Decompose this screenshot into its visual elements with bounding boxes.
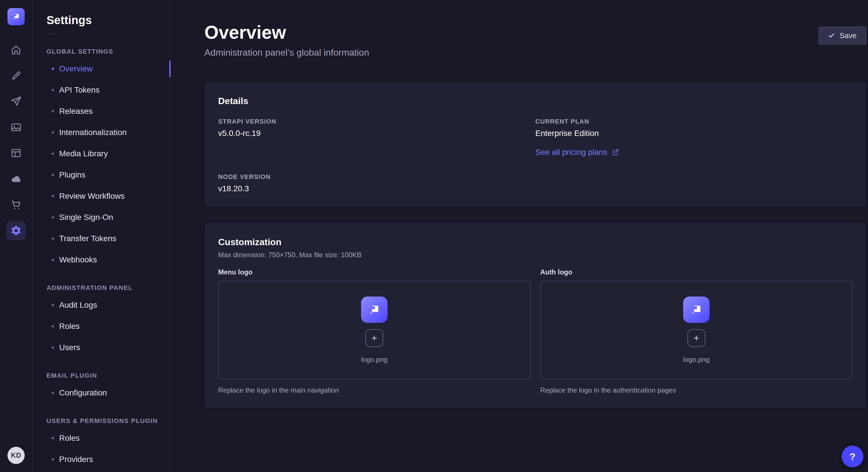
bullet-dot: [52, 195, 54, 197]
page-header: Overview Administration panel’s global i…: [205, 23, 866, 58]
page-title: Overview: [205, 23, 369, 42]
cart-icon[interactable]: [6, 195, 26, 214]
user-avatar[interactable]: KD: [7, 447, 25, 464]
customization-card: Customization Max dimension: 750×750, Ma…: [205, 223, 866, 408]
sidebar-item-email-configuration[interactable]: Configuration: [46, 382, 170, 403]
bullet-dot: [52, 110, 54, 112]
auth-logo-filename: logo.png: [683, 356, 710, 364]
sidebar-item-internationalization[interactable]: Internationalization: [46, 122, 170, 143]
gear-icon[interactable]: [6, 221, 26, 240]
bullet-dot: [52, 174, 54, 176]
sidebar-title: Settings: [46, 14, 170, 27]
main-content: Overview Administration panel’s global i…: [171, 0, 868, 472]
section-global-settings: GLOBAL SETTINGS: [46, 48, 170, 55]
check-icon: [828, 32, 835, 39]
plus-icon: [692, 334, 701, 342]
bullet-dot: [52, 392, 54, 394]
cloud-icon[interactable]: [6, 169, 26, 189]
bullet-dot: [52, 458, 54, 461]
strapi-logo-glyph: [689, 303, 703, 316]
rail-icon-list: [6, 40, 26, 240]
paper-plane-icon[interactable]: [6, 92, 26, 111]
strapi-logo[interactable]: [7, 8, 25, 25]
menu-logo-dropzone[interactable]: logo.png: [218, 281, 530, 379]
current-plan-field: CURRENT PLAN Enterprise Edition See all …: [535, 118, 852, 157]
bullet-dot: [52, 437, 54, 439]
section-users-permissions-plugin: USERS & PERMISSIONS PLUGIN: [46, 417, 170, 425]
sidebar-item-admin-roles[interactable]: Roles: [46, 316, 170, 337]
sidebar-divider: [46, 34, 60, 34]
sidebar-item-review-workflows[interactable]: Review Workflows: [46, 186, 170, 207]
customization-constraints: Max dimension: 750×750, Max file size: 1…: [218, 251, 852, 259]
strapi-admin-app: KD Settings GLOBAL SETTINGS Overview API…: [0, 0, 868, 472]
bullet-dot: [52, 216, 54, 218]
email-plugin-list: Configuration: [46, 382, 170, 403]
sidebar-item-releases[interactable]: Releases: [46, 101, 170, 122]
node-version-field: NODE VERSION v18.20.3: [218, 173, 535, 193]
sidebar-item-single-sign-on[interactable]: Single Sign-On: [46, 207, 170, 228]
bullet-dot: [52, 68, 54, 70]
strapi-logo-glyph: [11, 12, 21, 21]
bullet-dot: [52, 325, 54, 328]
plus-icon: [370, 334, 378, 342]
bullet-dot: [52, 131, 54, 134]
global-settings-list: Overview API Tokens Releases Internation…: [46, 58, 170, 270]
help-button[interactable]: ?: [842, 446, 863, 467]
bullet-dot: [52, 89, 54, 91]
users-permissions-list: Roles Providers: [46, 428, 170, 470]
menu-logo-hint: Replace the logo in the main navigation: [218, 386, 530, 394]
section-email-plugin: EMAIL PLUGIN: [46, 372, 170, 379]
bullet-dot: [52, 259, 54, 261]
logo-uploads: Menu logo logo.png: [218, 268, 852, 394]
bullet-dot: [52, 304, 54, 306]
bullet-dot: [52, 153, 54, 155]
save-button[interactable]: Save: [818, 26, 866, 45]
auth-logo-dropzone[interactable]: logo.png: [540, 281, 852, 379]
sidebar-item-admin-users[interactable]: Users: [46, 337, 170, 358]
menu-logo-field: Menu logo logo.png: [218, 268, 530, 394]
auth-logo-hint: Replace the logo in the authentication p…: [540, 386, 852, 394]
sidebar-item-up-roles[interactable]: Roles: [46, 428, 170, 449]
settings-sidebar: Settings GLOBAL SETTINGS Overview API To…: [33, 0, 171, 472]
auth-logo-field: Auth logo logo.png: [540, 268, 852, 394]
pricing-plans-link[interactable]: See all pricing plans: [535, 148, 619, 157]
home-icon[interactable]: [6, 40, 26, 60]
sidebar-item-up-providers[interactable]: Providers: [46, 449, 170, 470]
page-subtitle: Administration panel’s global informatio…: [205, 47, 369, 58]
details-card-title: Details: [218, 96, 852, 106]
add-auth-logo-button[interactable]: [687, 329, 705, 347]
strapi-logo-glyph: [367, 303, 381, 316]
sidebar-item-media-library[interactable]: Media Library: [46, 143, 170, 164]
external-link-icon: [612, 149, 619, 156]
sidebar-item-overview[interactable]: Overview: [46, 58, 170, 79]
details-card: Details STRAPI VERSION v5.0.0-rc.19 CURR…: [205, 82, 866, 207]
bullet-dot: [52, 237, 54, 240]
details-fields: STRAPI VERSION v5.0.0-rc.19 CURRENT PLAN…: [218, 118, 852, 193]
bullet-dot: [52, 346, 54, 349]
menu-logo-preview: [361, 297, 388, 323]
sidebar-item-api-tokens[interactable]: API Tokens: [46, 79, 170, 101]
sidebar-item-webhooks[interactable]: Webhooks: [46, 249, 170, 270]
paint-brush-icon[interactable]: [6, 66, 26, 86]
sidebar-item-transfer-tokens[interactable]: Transfer Tokens: [46, 228, 170, 249]
auth-logo-preview: [683, 297, 710, 323]
sidebar-item-plugins[interactable]: Plugins: [46, 164, 170, 186]
main-nav-rail: KD: [0, 0, 33, 472]
layout-icon[interactable]: [6, 143, 26, 163]
administration-panel-list: Audit Logs Roles Users: [46, 295, 170, 358]
sidebar-item-audit-logs[interactable]: Audit Logs: [46, 295, 170, 316]
strapi-version-field: STRAPI VERSION v5.0.0-rc.19: [218, 118, 535, 157]
customization-card-title: Customization: [218, 237, 852, 247]
media-library-icon[interactable]: [6, 117, 26, 137]
section-administration-panel: ADMINISTRATION PANEL: [46, 284, 170, 292]
add-menu-logo-button[interactable]: [365, 329, 383, 347]
menu-logo-filename: logo.png: [361, 356, 388, 364]
